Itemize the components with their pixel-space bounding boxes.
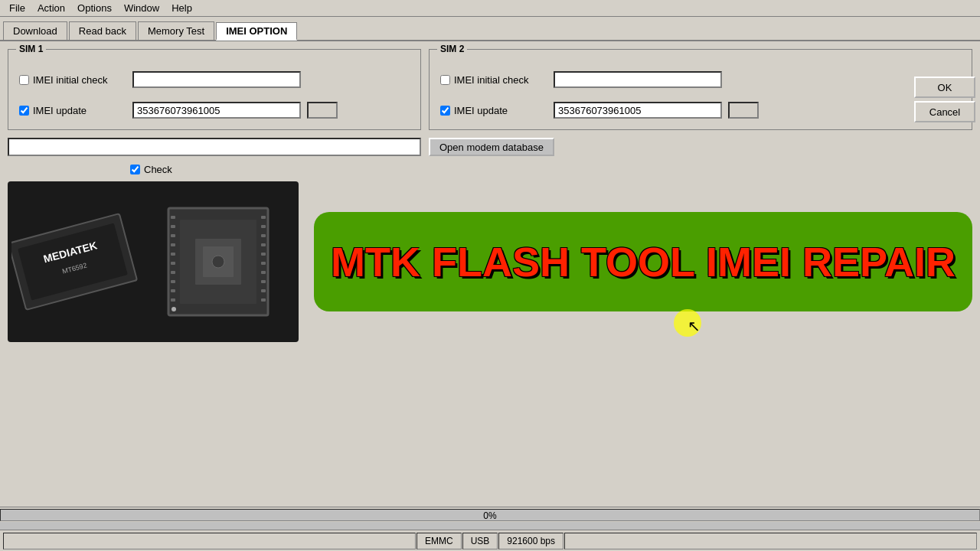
svg-rect-19 bbox=[261, 234, 266, 237]
svg-rect-9 bbox=[171, 234, 175, 237]
tab-readback[interactable]: Read back bbox=[69, 21, 136, 40]
lower-area: MEDIATEK MT6592 bbox=[8, 181, 972, 342]
status-bps: 921600 bps bbox=[498, 533, 564, 549]
svg-point-30 bbox=[172, 307, 176, 311]
check-text: Check bbox=[144, 164, 172, 175]
sim2-update-checkbox[interactable] bbox=[440, 106, 450, 116]
svg-rect-24 bbox=[261, 280, 266, 283]
svg-rect-12 bbox=[171, 262, 175, 265]
statusbar: EMMC USB 921600 bps bbox=[0, 530, 980, 551]
menu-action[interactable]: Action bbox=[31, 1, 71, 15]
svg-rect-7 bbox=[171, 216, 175, 219]
sim1-initial-label: IMEI initial check bbox=[33, 74, 108, 86]
banner-text: MTK FLASH TOOL IMEI REPAIR bbox=[331, 241, 956, 282]
tab-download[interactable]: Download bbox=[3, 21, 67, 40]
progress-bar-container: 0% bbox=[0, 507, 980, 522]
progress-text: 0% bbox=[483, 510, 496, 521]
svg-rect-14 bbox=[171, 280, 175, 283]
cancel-button[interactable]: Cancel bbox=[914, 101, 975, 122]
sim2-title: SIM 2 bbox=[437, 44, 467, 54]
svg-rect-20 bbox=[261, 243, 266, 246]
svg-rect-25 bbox=[261, 289, 266, 292]
sim2-initial-row: IMEI initial check bbox=[440, 71, 961, 88]
svg-rect-22 bbox=[261, 262, 266, 265]
tab-memorytest[interactable]: Memory Test bbox=[138, 21, 214, 40]
chip-svg: MEDIATEK MT6592 bbox=[11, 185, 295, 338]
menubar: File Action Options Window Help bbox=[0, 0, 980, 17]
sim2-update-label: IMEI update bbox=[454, 105, 508, 116]
sim1-update-input[interactable] bbox=[132, 102, 301, 119]
status-emmc: EMMC bbox=[416, 533, 462, 549]
status-empty-left bbox=[3, 533, 416, 549]
svg-rect-15 bbox=[171, 289, 175, 292]
svg-rect-16 bbox=[171, 298, 175, 302]
sim1-update-check-label[interactable]: IMEI update bbox=[19, 105, 126, 116]
progress-bar: 0% bbox=[0, 509, 980, 521]
modem-input[interactable] bbox=[8, 138, 421, 156]
status-empty-right bbox=[564, 533, 977, 549]
svg-rect-13 bbox=[171, 271, 175, 274]
sim1-initial-input[interactable] bbox=[132, 71, 301, 88]
sim2-initial-input[interactable] bbox=[554, 71, 722, 88]
svg-rect-10 bbox=[171, 243, 175, 246]
check-checkbox[interactable] bbox=[130, 165, 140, 174]
status-usb: USB bbox=[462, 533, 498, 549]
sim2-update-check-label[interactable]: IMEI update bbox=[440, 105, 547, 116]
sim2-group: SIM 2 IMEI initial check IMEI update bbox=[429, 49, 972, 130]
cursor-arrow: ↖ bbox=[688, 317, 701, 335]
svg-rect-8 bbox=[171, 225, 175, 228]
menu-help[interactable]: Help bbox=[165, 1, 198, 15]
svg-rect-11 bbox=[171, 253, 175, 256]
tabbar: Download Read back Memory Test IMEI OPTI… bbox=[0, 17, 980, 41]
open-modem-button[interactable]: Open modem database bbox=[429, 138, 554, 156]
sim1-initial-row: IMEI initial check bbox=[19, 71, 410, 88]
check-label[interactable]: Check bbox=[130, 164, 172, 175]
sim2-update-input[interactable] bbox=[554, 102, 722, 119]
modem-row: Open modem database bbox=[8, 138, 972, 156]
check-row: Check bbox=[8, 164, 972, 175]
sim2-initial-label: IMEI initial check bbox=[454, 74, 529, 86]
ok-button[interactable]: OK bbox=[914, 77, 975, 98]
sim1-title: SIM 1 bbox=[16, 44, 46, 54]
chip-image: MEDIATEK MT6592 bbox=[8, 181, 299, 342]
svg-rect-17 bbox=[261, 216, 266, 219]
menu-window[interactable]: Window bbox=[118, 1, 165, 15]
right-buttons: OK Cancel bbox=[910, 69, 980, 130]
sim1-update-row: IMEI update bbox=[19, 102, 410, 119]
sim2-extra-input[interactable] bbox=[728, 102, 759, 119]
main-content: SIM 1 IMEI initial check IMEI update SIM… bbox=[0, 41, 980, 516]
sim1-update-label: IMEI update bbox=[33, 105, 87, 116]
menu-file[interactable]: File bbox=[3, 1, 31, 15]
sim2-initial-check-label[interactable]: IMEI initial check bbox=[440, 74, 547, 86]
sim2-update-row: IMEI update bbox=[440, 102, 961, 119]
sim1-initial-check-label[interactable]: IMEI initial check bbox=[19, 74, 126, 86]
banner: MTK FLASH TOOL IMEI REPAIR bbox=[314, 212, 972, 311]
svg-rect-21 bbox=[261, 253, 266, 256]
menu-options[interactable]: Options bbox=[71, 1, 118, 15]
sim-group-container: SIM 1 IMEI initial check IMEI update SIM… bbox=[8, 49, 972, 130]
sim1-group: SIM 1 IMEI initial check IMEI update bbox=[8, 49, 421, 130]
svg-point-29 bbox=[212, 256, 224, 268]
sim1-update-checkbox[interactable] bbox=[19, 106, 29, 116]
sim1-extra-input[interactable] bbox=[307, 102, 338, 119]
tab-imei-option[interactable]: IMEI OPTION bbox=[216, 22, 297, 41]
sim2-initial-checkbox[interactable] bbox=[440, 75, 450, 85]
svg-rect-18 bbox=[261, 225, 266, 228]
svg-rect-26 bbox=[261, 298, 266, 302]
sim1-initial-checkbox[interactable] bbox=[19, 75, 29, 85]
svg-rect-23 bbox=[261, 271, 266, 274]
